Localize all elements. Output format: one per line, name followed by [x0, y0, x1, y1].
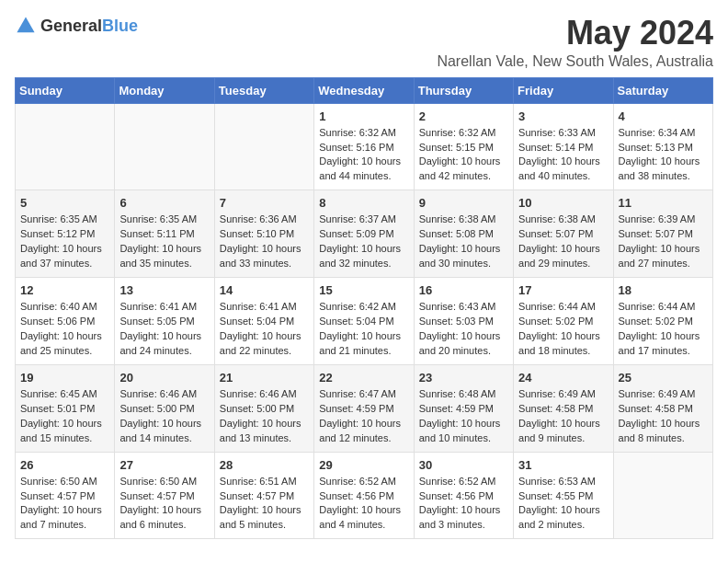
- day-number: 18: [619, 283, 708, 297]
- calendar-cell: 27Sunrise: 6:50 AM Sunset: 4:57 PM Dayli…: [115, 452, 214, 539]
- calendar-week-row: 19Sunrise: 6:45 AM Sunset: 5:01 PM Dayli…: [16, 364, 713, 452]
- day-info: Sunrise: 6:48 AM Sunset: 4:59 PM Dayligh…: [419, 387, 508, 446]
- day-info: Sunrise: 6:33 AM Sunset: 5:14 PM Dayligh…: [518, 126, 608, 185]
- day-number: 7: [220, 196, 309, 210]
- calendar-cell: 23Sunrise: 6:48 AM Sunset: 4:59 PM Dayli…: [414, 364, 513, 452]
- day-number: 15: [319, 283, 408, 297]
- calendar-cell: 15Sunrise: 6:42 AM Sunset: 5:04 PM Dayli…: [314, 278, 414, 365]
- page-header: GeneralBlue May 2024 Narellan Vale, New …: [15, 15, 713, 70]
- calendar-cell: 7Sunrise: 6:36 AM Sunset: 5:10 PM Daylig…: [214, 190, 313, 278]
- calendar-cell: 19Sunrise: 6:45 AM Sunset: 5:01 PM Dayli…: [16, 364, 115, 452]
- calendar-cell: 3Sunrise: 6:33 AM Sunset: 5:14 PM Daylig…: [514, 103, 613, 190]
- day-number: 19: [20, 371, 109, 385]
- calendar-cell: 13Sunrise: 6:41 AM Sunset: 5:05 PM Dayli…: [115, 278, 214, 365]
- day-number: 4: [619, 109, 708, 123]
- day-info: Sunrise: 6:32 AM Sunset: 5:16 PM Dayligh…: [319, 126, 408, 185]
- day-info: Sunrise: 6:52 AM Sunset: 4:56 PM Dayligh…: [419, 475, 508, 534]
- calendar-cell: 11Sunrise: 6:39 AM Sunset: 5:07 PM Dayli…: [613, 190, 712, 278]
- calendar-cell: 1Sunrise: 6:32 AM Sunset: 5:16 PM Daylig…: [314, 103, 414, 190]
- day-info: Sunrise: 6:37 AM Sunset: 5:09 PM Dayligh…: [319, 213, 408, 271]
- day-number: 22: [319, 371, 408, 385]
- logo-blue: Blue: [102, 17, 138, 35]
- weekday-header-wednesday: Wednesday: [314, 77, 414, 103]
- calendar-cell: 21Sunrise: 6:46 AM Sunset: 5:00 PM Dayli…: [214, 364, 313, 452]
- day-number: 11: [619, 196, 708, 210]
- day-info: Sunrise: 6:44 AM Sunset: 5:02 PM Dayligh…: [518, 300, 608, 359]
- logo-general: General: [40, 17, 102, 35]
- calendar-cell: 18Sunrise: 6:44 AM Sunset: 5:02 PM Dayli…: [613, 278, 712, 365]
- day-info: Sunrise: 6:53 AM Sunset: 4:55 PM Dayligh…: [518, 475, 608, 534]
- day-info: Sunrise: 6:35 AM Sunset: 5:12 PM Dayligh…: [20, 213, 109, 271]
- logo-icon: [15, 15, 37, 37]
- calendar-cell: 6Sunrise: 6:35 AM Sunset: 5:11 PM Daylig…: [115, 190, 214, 278]
- day-info: Sunrise: 6:39 AM Sunset: 5:07 PM Dayligh…: [619, 213, 708, 271]
- calendar-week-row: 5Sunrise: 6:35 AM Sunset: 5:12 PM Daylig…: [16, 190, 713, 278]
- day-number: 25: [619, 371, 708, 385]
- day-number: 24: [518, 371, 608, 385]
- day-number: 26: [20, 458, 109, 472]
- calendar-cell: 29Sunrise: 6:52 AM Sunset: 4:56 PM Dayli…: [314, 452, 414, 539]
- day-info: Sunrise: 6:43 AM Sunset: 5:03 PM Dayligh…: [419, 300, 508, 359]
- day-number: 23: [419, 371, 508, 385]
- day-number: 17: [518, 283, 608, 297]
- calendar-cell: 17Sunrise: 6:44 AM Sunset: 5:02 PM Dayli…: [514, 278, 613, 365]
- day-number: 1: [319, 109, 408, 123]
- calendar-cell: 9Sunrise: 6:38 AM Sunset: 5:08 PM Daylig…: [414, 190, 513, 278]
- calendar-cell: 31Sunrise: 6:53 AM Sunset: 4:55 PM Dayli…: [514, 452, 613, 539]
- day-info: Sunrise: 6:50 AM Sunset: 4:57 PM Dayligh…: [20, 475, 109, 534]
- day-number: 27: [119, 458, 209, 472]
- day-info: Sunrise: 6:42 AM Sunset: 5:04 PM Dayligh…: [319, 300, 408, 359]
- weekday-header-tuesday: Tuesday: [214, 77, 313, 103]
- day-number: 28: [220, 458, 309, 472]
- calendar-cell: 16Sunrise: 6:43 AM Sunset: 5:03 PM Dayli…: [414, 278, 513, 365]
- day-info: Sunrise: 6:36 AM Sunset: 5:10 PM Dayligh…: [220, 213, 309, 271]
- day-number: 13: [119, 283, 209, 297]
- day-info: Sunrise: 6:47 AM Sunset: 4:59 PM Dayligh…: [319, 387, 408, 446]
- calendar-cell: 12Sunrise: 6:40 AM Sunset: 5:06 PM Dayli…: [16, 278, 115, 365]
- calendar-table: SundayMondayTuesdayWednesdayThursdayFrid…: [15, 77, 713, 540]
- svg-marker-0: [17, 17, 34, 32]
- title-block: May 2024 Narellan Vale, New South Wales,…: [437, 15, 713, 70]
- day-info: Sunrise: 6:34 AM Sunset: 5:13 PM Dayligh…: [619, 126, 708, 185]
- day-info: Sunrise: 6:49 AM Sunset: 4:58 PM Dayligh…: [518, 387, 608, 446]
- day-number: 16: [419, 283, 508, 297]
- day-info: Sunrise: 6:50 AM Sunset: 4:57 PM Dayligh…: [119, 475, 209, 534]
- day-info: Sunrise: 6:35 AM Sunset: 5:11 PM Dayligh…: [119, 213, 209, 271]
- day-info: Sunrise: 6:46 AM Sunset: 5:00 PM Dayligh…: [119, 387, 209, 446]
- day-info: Sunrise: 6:40 AM Sunset: 5:06 PM Dayligh…: [20, 300, 109, 359]
- day-number: 3: [518, 109, 608, 123]
- day-info: Sunrise: 6:45 AM Sunset: 5:01 PM Dayligh…: [20, 387, 109, 446]
- day-info: Sunrise: 6:49 AM Sunset: 4:58 PM Dayligh…: [619, 387, 708, 446]
- calendar-cell: 2Sunrise: 6:32 AM Sunset: 5:15 PM Daylig…: [414, 103, 513, 190]
- weekday-header-monday: Monday: [115, 77, 214, 103]
- day-number: 10: [518, 196, 608, 210]
- weekday-header-thursday: Thursday: [414, 77, 513, 103]
- day-info: Sunrise: 6:46 AM Sunset: 5:00 PM Dayligh…: [220, 387, 309, 446]
- calendar-cell: 4Sunrise: 6:34 AM Sunset: 5:13 PM Daylig…: [613, 103, 712, 190]
- weekday-header-friday: Friday: [514, 77, 613, 103]
- calendar-cell: 10Sunrise: 6:38 AM Sunset: 5:07 PM Dayli…: [514, 190, 613, 278]
- location-title: Narellan Vale, New South Wales, Australi…: [437, 53, 713, 70]
- calendar-cell: 14Sunrise: 6:41 AM Sunset: 5:04 PM Dayli…: [214, 278, 313, 365]
- calendar-week-row: 12Sunrise: 6:40 AM Sunset: 5:06 PM Dayli…: [16, 278, 713, 365]
- day-info: Sunrise: 6:32 AM Sunset: 5:15 PM Dayligh…: [419, 126, 508, 185]
- day-number: 30: [419, 458, 508, 472]
- day-info: Sunrise: 6:41 AM Sunset: 5:04 PM Dayligh…: [220, 300, 309, 359]
- calendar-cell: 24Sunrise: 6:49 AM Sunset: 4:58 PM Dayli…: [514, 364, 613, 452]
- month-title: May 2024: [437, 15, 713, 52]
- calendar-cell: [115, 103, 214, 190]
- day-number: 8: [319, 196, 408, 210]
- day-info: Sunrise: 6:41 AM Sunset: 5:05 PM Dayligh…: [119, 300, 209, 359]
- day-number: 12: [20, 283, 109, 297]
- day-info: Sunrise: 6:44 AM Sunset: 5:02 PM Dayligh…: [619, 300, 708, 359]
- calendar-cell: 8Sunrise: 6:37 AM Sunset: 5:09 PM Daylig…: [314, 190, 414, 278]
- day-number: 2: [419, 109, 508, 123]
- weekday-header-saturday: Saturday: [613, 77, 712, 103]
- logo: GeneralBlue: [15, 15, 138, 37]
- weekday-header-row: SundayMondayTuesdayWednesdayThursdayFrid…: [16, 77, 713, 103]
- weekday-header-sunday: Sunday: [16, 77, 115, 103]
- calendar-week-row: 1Sunrise: 6:32 AM Sunset: 5:16 PM Daylig…: [16, 103, 713, 190]
- day-number: 20: [119, 371, 209, 385]
- day-info: Sunrise: 6:51 AM Sunset: 4:57 PM Dayligh…: [220, 475, 309, 534]
- calendar-cell: 5Sunrise: 6:35 AM Sunset: 5:12 PM Daylig…: [16, 190, 115, 278]
